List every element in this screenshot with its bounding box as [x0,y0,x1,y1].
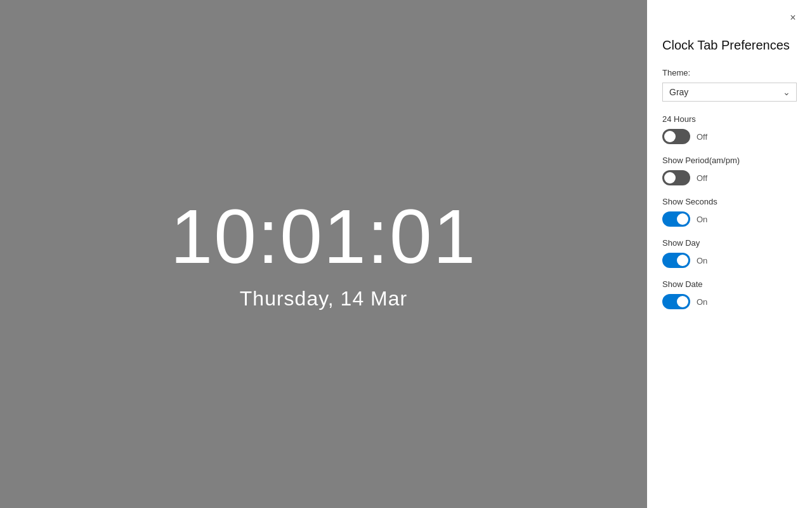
show-day-toggle[interactable] [662,253,690,268]
setting-show-period: Show Period(am/pm) Off [662,156,797,185]
show-day-track [662,253,690,268]
24hours-track [662,129,690,144]
show-seconds-toggle[interactable] [662,211,690,227]
panel-title: Clock Tab Preferences [662,38,797,53]
close-button[interactable]: × [784,9,802,27]
show-seconds-track [662,211,690,227]
24hours-label: 24 Hours [662,114,797,124]
clock-time: 10:01:01 [170,198,476,274]
show-seconds-thumb [677,213,688,225]
clock-date: Thursday, 14 Mar [240,287,407,311]
show-seconds-label: Show Seconds [662,197,797,206]
theme-select[interactable]: Gray Dark Light Blue [662,83,797,102]
side-panel: × Clock Tab Preferences Theme: Gray Dark… [647,0,812,508]
show-day-status: On [697,256,707,265]
24hours-toggle[interactable] [662,129,690,144]
show-date-track [662,294,690,309]
show-date-toggle[interactable] [662,294,690,309]
setting-show-seconds: Show Seconds On [662,197,797,227]
show-period-status: Off [697,173,707,183]
setting-show-date: Show Date On [662,279,797,309]
show-period-thumb [664,172,676,184]
theme-selector[interactable]: Gray Dark Light Blue ⌄ [662,83,797,102]
show-date-label: Show Date [662,279,797,289]
show-period-toggle[interactable] [662,170,690,185]
show-date-status: On [697,297,707,307]
clock-area: 10:01:01 Thursday, 14 Mar [0,0,647,508]
setting-show-day: Show Day On [662,238,797,268]
show-seconds-status: On [697,215,707,224]
show-period-track [662,170,690,185]
theme-label: Theme: [662,68,797,77]
show-date-thumb [677,296,688,307]
24hours-status: Off [697,132,707,142]
show-day-thumb [677,255,688,266]
show-period-label: Show Period(am/pm) [662,156,797,165]
show-day-label: Show Day [662,238,797,248]
setting-24hours: 24 Hours Off [662,114,797,144]
24hours-thumb [664,131,676,142]
